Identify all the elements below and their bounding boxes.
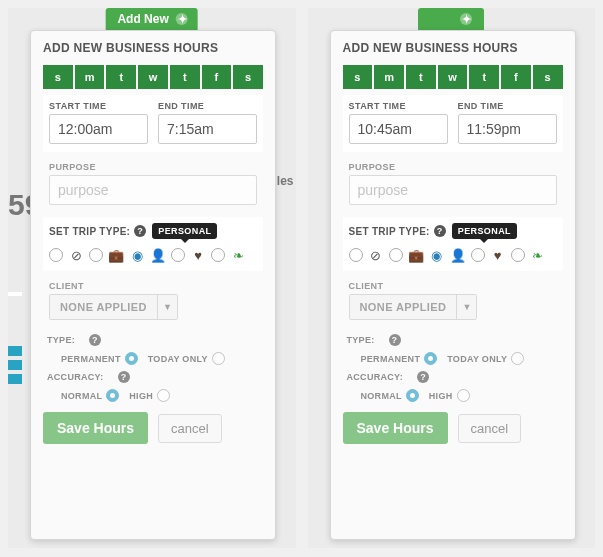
type-label: TYPE: (347, 335, 375, 345)
day-mon[interactable]: m (374, 65, 404, 89)
bg-stripe (8, 346, 22, 356)
purpose-label: PURPOSE (49, 162, 257, 172)
help-icon[interactable]: ? (389, 334, 401, 346)
accuracy-label: ACCURACY: (347, 372, 404, 382)
day-sun[interactable]: s (43, 65, 73, 89)
today-only-option[interactable]: TODAY ONLY (447, 352, 524, 365)
day-sun[interactable]: s (343, 65, 373, 89)
cancel-button[interactable]: cancel (158, 414, 222, 443)
radio-icon (157, 389, 170, 402)
client-value: NONE APPLIED (50, 295, 157, 319)
personal-selected-icon[interactable]: ◉ (429, 247, 445, 263)
client-section: CLIENT NONE APPLIED ▼ (43, 275, 263, 328)
trip-type-unclassified[interactable] (389, 248, 403, 262)
trip-type-unclassified[interactable] (511, 248, 525, 262)
business-hours-panel: ADD NEW BUSINESS HOURS s m t w t f s STA… (30, 30, 276, 540)
normal-option[interactable]: NORMAL (361, 389, 419, 402)
trip-type-tooltip: PERSONAL (452, 223, 517, 239)
day-tue[interactable]: t (406, 65, 436, 89)
help-icon[interactable]: ? (417, 371, 429, 383)
day-mon[interactable]: m (75, 65, 105, 89)
chevron-down-icon: ▼ (157, 295, 177, 319)
help-icon[interactable]: ? (89, 334, 101, 346)
save-button[interactable]: Save Hours (343, 412, 448, 444)
purpose-section: PURPOSE (43, 156, 263, 213)
day-thu[interactable]: t (469, 65, 499, 89)
radio-icon (457, 389, 470, 402)
user-icon[interactable]: 👤 (150, 247, 166, 263)
trip-type-unclassified[interactable] (471, 248, 485, 262)
add-new-button[interactable]: ✦ (418, 8, 484, 32)
screenshot-right: ✦ ADD NEW BUSINESS HOURS s m t w t f s S… (308, 8, 596, 548)
day-wed[interactable]: w (438, 65, 468, 89)
personal-selected-icon[interactable]: ◉ (129, 247, 145, 263)
no-entry-icon[interactable]: ⊘ (368, 247, 384, 263)
day-thu[interactable]: t (170, 65, 200, 89)
panel-title: ADD NEW BUSINESS HOURS (343, 41, 563, 55)
save-button[interactable]: Save Hours (43, 412, 148, 444)
purpose-label: PURPOSE (349, 162, 557, 172)
day-selector[interactable]: s m t w t f s (343, 65, 563, 89)
help-icon[interactable]: ? (134, 225, 146, 237)
heart-icon[interactable]: ♥ (490, 247, 506, 263)
end-time-input[interactable] (458, 114, 557, 144)
options-section: TYPE: ? PERMANENT TODAY ONLY ACCURACY: ? (343, 334, 563, 402)
leaf-icon[interactable]: ❧ (530, 247, 546, 263)
trip-type-options: ⊘ 💼 ◉ 👤 ♥ ❧ (349, 247, 557, 263)
trip-type-unclassified[interactable] (171, 248, 185, 262)
day-selector[interactable]: s m t w t f s (43, 65, 263, 89)
start-time-label: START TIME (349, 101, 448, 111)
day-sat[interactable]: s (533, 65, 563, 89)
purpose-section: PURPOSE (343, 156, 563, 213)
cancel-button[interactable]: cancel (458, 414, 522, 443)
purpose-input[interactable] (349, 175, 557, 205)
time-section: START TIME END TIME (343, 95, 563, 152)
start-time-input[interactable] (49, 114, 148, 144)
radio-icon (212, 352, 225, 365)
end-time-label: END TIME (458, 101, 557, 111)
client-label: CLIENT (49, 281, 257, 291)
trip-type-unclassified[interactable] (89, 248, 103, 262)
day-wed[interactable]: w (138, 65, 168, 89)
start-time-input[interactable] (349, 114, 448, 144)
trip-type-label: SET TRIP TYPE: (349, 226, 430, 237)
permanent-option[interactable]: PERMANENT (61, 352, 138, 365)
day-tue[interactable]: t (106, 65, 136, 89)
help-icon[interactable]: ? (434, 225, 446, 237)
client-section: CLIENT NONE APPLIED ▼ (343, 275, 563, 328)
day-sat[interactable]: s (233, 65, 263, 89)
client-select[interactable]: NONE APPLIED ▼ (49, 294, 178, 320)
radio-selected-icon (125, 352, 138, 365)
bg-stripe (8, 292, 22, 296)
help-icon[interactable]: ? (118, 371, 130, 383)
high-option[interactable]: HIGH (129, 389, 170, 402)
no-entry-icon[interactable]: ⊘ (68, 247, 84, 263)
briefcase-icon[interactable]: 💼 (408, 247, 424, 263)
user-icon[interactable]: 👤 (450, 247, 466, 263)
radio-selected-icon (106, 389, 119, 402)
purpose-input[interactable] (49, 175, 257, 205)
trip-type-options: ⊘ 💼 ◉ 👤 ♥ ❧ (49, 247, 257, 263)
leaf-icon[interactable]: ❧ (230, 247, 246, 263)
briefcase-icon[interactable]: 💼 (108, 247, 124, 263)
normal-option[interactable]: NORMAL (61, 389, 119, 402)
add-new-button[interactable]: Add New ✦ (105, 8, 198, 32)
high-option[interactable]: HIGH (429, 389, 470, 402)
client-value: NONE APPLIED (350, 295, 457, 319)
client-select[interactable]: NONE APPLIED ▼ (349, 294, 478, 320)
trip-type-section: SET TRIP TYPE: ? PERSONAL ⊘ 💼 ◉ 👤 ♥ ❧ (43, 217, 263, 271)
trip-type-label: SET TRIP TYPE: (49, 226, 130, 237)
trip-type-unclassified[interactable] (349, 248, 363, 262)
trip-type-unclassified[interactable] (211, 248, 225, 262)
permanent-option[interactable]: PERMANENT (361, 352, 438, 365)
button-row: Save Hours cancel (343, 412, 563, 444)
heart-icon[interactable]: ♥ (190, 247, 206, 263)
type-label: TYPE: (47, 335, 75, 345)
day-fri[interactable]: f (202, 65, 232, 89)
bg-stripe (8, 374, 22, 384)
end-time-input[interactable] (158, 114, 257, 144)
trip-type-unclassified[interactable] (49, 248, 63, 262)
day-fri[interactable]: f (501, 65, 531, 89)
business-hours-panel: ADD NEW BUSINESS HOURS s m t w t f s STA… (330, 30, 576, 540)
today-only-option[interactable]: TODAY ONLY (148, 352, 225, 365)
